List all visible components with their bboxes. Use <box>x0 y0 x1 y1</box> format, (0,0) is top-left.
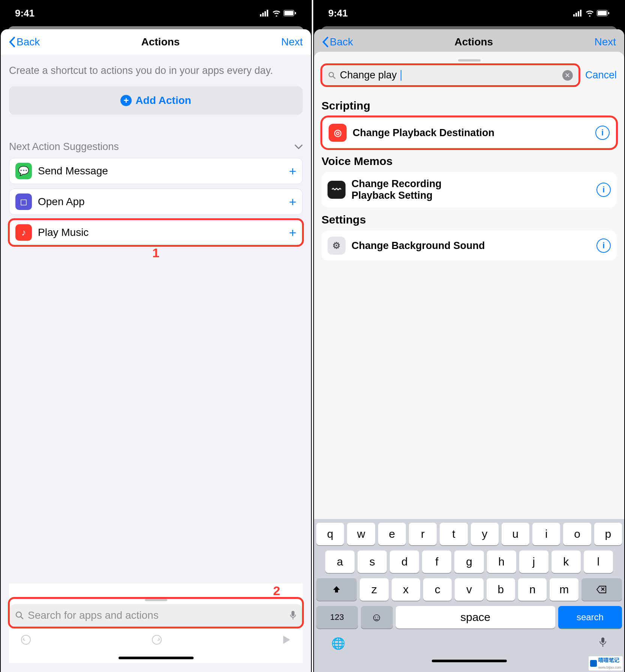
key-x[interactable]: x <box>392 578 420 601</box>
key-g[interactable]: g <box>454 550 484 573</box>
dictate-icon[interactable] <box>599 637 607 648</box>
key-m[interactable]: m <box>550 578 578 601</box>
key-c[interactable]: c <box>423 578 452 601</box>
nav-title: Actions <box>454 36 493 48</box>
next-button[interactable]: Next <box>281 36 303 48</box>
result-change-background-sound[interactable]: ⚙Change Background Soundi <box>322 231 617 261</box>
battery-icon <box>596 10 610 16</box>
svg-line-20 <box>333 76 335 78</box>
play-icon[interactable] <box>282 634 291 645</box>
key-f[interactable]: f <box>422 550 451 573</box>
key-p[interactable]: p <box>594 523 622 545</box>
key-r[interactable]: r <box>409 523 437 545</box>
add-icon[interactable]: + <box>289 164 296 178</box>
space-key[interactable]: space <box>396 606 555 628</box>
clear-icon[interactable]: ✕ <box>562 70 573 81</box>
suggestion-play-music[interactable]: ♪Play Music+ <box>9 219 303 246</box>
shift-key[interactable] <box>316 578 357 601</box>
key-z[interactable]: z <box>360 578 388 601</box>
battery-icon <box>283 10 297 16</box>
emoji-key[interactable]: ☺ <box>361 606 393 628</box>
redo-icon[interactable] <box>151 634 162 645</box>
key-w[interactable]: w <box>347 523 375 545</box>
numbers-key[interactable]: 123 <box>316 606 358 628</box>
key-a[interactable]: a <box>325 550 355 573</box>
key-q[interactable]: q <box>316 523 344 545</box>
add-icon[interactable]: + <box>289 225 296 240</box>
phone-left: 9:41 Back Actions Next Create a shortcut… <box>0 0 312 672</box>
status-icons <box>260 10 297 16</box>
keyboard[interactable]: qwertyuiop asdfghjkl zxcvbnm 123 ☺ space… <box>314 519 624 672</box>
key-i[interactable]: i <box>532 523 560 545</box>
svg-rect-15 <box>580 10 581 16</box>
cellular-icon <box>573 10 583 16</box>
key-k[interactable]: k <box>551 550 581 573</box>
status-time: 9:41 <box>328 8 348 19</box>
plus-circle-icon: + <box>120 95 132 106</box>
highlight-1: ♪Play Music+ <box>9 219 303 246</box>
key-b[interactable]: b <box>487 578 515 601</box>
search-field[interactable]: Change play ✕ <box>323 66 578 85</box>
message-icon: 💬 <box>15 163 32 179</box>
svg-rect-5 <box>284 11 293 15</box>
svg-rect-2 <box>264 11 266 16</box>
svg-rect-21 <box>601 638 604 643</box>
home-indicator[interactable] <box>432 660 507 662</box>
add-action-button[interactable]: +Add Action <box>9 86 303 115</box>
suggestion-send-message[interactable]: 💬Send Message+ <box>9 158 303 184</box>
watermark: 嘻嘻笔记www.bijixx.com <box>589 656 623 670</box>
globe-icon[interactable]: 🌐 <box>331 637 345 650</box>
key-n[interactable]: n <box>518 578 547 601</box>
wifi-icon <box>585 10 594 16</box>
svg-rect-3 <box>267 10 268 16</box>
grabber-handle[interactable] <box>145 599 167 601</box>
settings-icon: ⚙ <box>328 237 346 255</box>
add-icon[interactable]: + <box>289 195 296 209</box>
key-e[interactable]: e <box>378 523 406 545</box>
search-value: Change play <box>340 69 397 81</box>
grabber-handle[interactable] <box>458 59 481 62</box>
search-placeholder: Search for apps and actions <box>28 609 159 621</box>
key-y[interactable]: y <box>471 523 499 545</box>
backspace-key[interactable] <box>581 578 622 601</box>
svg-rect-18 <box>608 12 609 14</box>
info-icon[interactable]: i <box>596 238 611 253</box>
back-button[interactable]: Back <box>9 36 40 48</box>
key-j[interactable]: j <box>519 550 548 573</box>
key-u[interactable]: u <box>502 523 529 545</box>
key-h[interactable]: h <box>487 550 516 573</box>
key-s[interactable]: s <box>358 550 387 573</box>
cellular-icon <box>260 10 270 16</box>
next-button[interactable]: Next <box>594 36 616 48</box>
info-icon[interactable]: i <box>595 126 610 140</box>
svg-rect-9 <box>291 611 294 616</box>
key-t[interactable]: t <box>440 523 467 545</box>
svg-rect-12 <box>573 14 575 16</box>
text-cursor <box>401 70 401 81</box>
callout-1: 1 <box>9 246 303 260</box>
undo-icon[interactable] <box>20 634 32 645</box>
section-header[interactable]: Next Action Suggestions <box>9 141 303 153</box>
result-change-playback-destination[interactable]: ◎Change Playback Destinationi <box>323 118 616 148</box>
cancel-button[interactable]: Cancel <box>585 69 617 81</box>
mic-icon[interactable] <box>289 610 297 621</box>
key-l[interactable]: l <box>584 550 613 573</box>
key-o[interactable]: o <box>563 523 591 545</box>
result-change-recording-playback[interactable]: 〰Change Recording Playback Settingi <box>322 172 617 207</box>
info-icon[interactable]: i <box>596 183 611 197</box>
search-icon <box>15 611 24 620</box>
search-icon <box>328 71 336 80</box>
back-button[interactable]: Back <box>322 36 353 48</box>
airplay-icon: ◎ <box>329 124 347 142</box>
wifi-icon <box>272 10 281 16</box>
category-scripting: Scripting <box>322 99 617 112</box>
sheet-right-bg: Back Actions Next Change play ✕ Cancel S… <box>314 29 624 672</box>
key-d[interactable]: d <box>390 550 419 573</box>
nav-bar: Back Actions Next <box>314 29 624 55</box>
key-v[interactable]: v <box>455 578 483 601</box>
search-field[interactable]: Search for apps and actions <box>10 604 302 627</box>
home-indicator[interactable] <box>119 657 194 659</box>
suggestion-open-app[interactable]: ◻Open App+ <box>9 189 303 215</box>
svg-point-10 <box>21 635 30 644</box>
search-key[interactable]: search <box>558 606 622 628</box>
